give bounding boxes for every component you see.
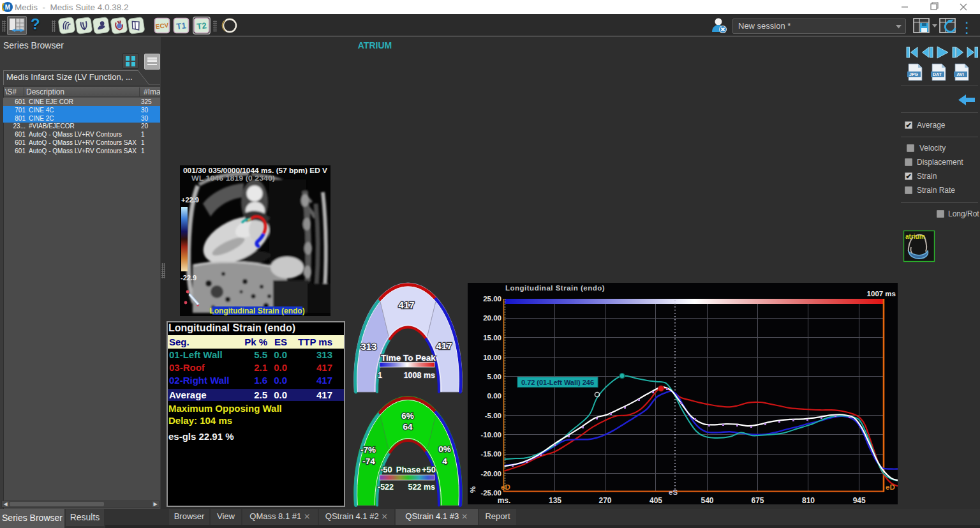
svg-text:Time To Peak: Time To Peak (381, 353, 436, 363)
svg-text:atrium: atrium (905, 233, 925, 240)
svg-text:-5.00: -5.00 (485, 412, 501, 419)
svg-text:-74: -74 (362, 456, 375, 466)
svg-text:Longitudinal Strain (endo): Longitudinal Strain (endo) (505, 284, 605, 292)
svg-text:0.72 (01-Left Wall) 246: 0.72 (01-Left Wall) 246 (521, 379, 594, 386)
svg-text:eS: eS (669, 488, 678, 496)
svg-text:M: M (5, 4, 10, 11)
svg-text:+22.9: +22.9 (181, 196, 199, 204)
svg-text:-522: -522 (378, 483, 394, 492)
svg-text:-7%: -7% (360, 445, 376, 455)
svg-text:0%: 0% (438, 444, 451, 454)
svg-text:4: 4 (442, 456, 447, 466)
svg-text:270: 270 (598, 496, 611, 504)
svg-text:1: 1 (378, 371, 382, 380)
svg-text:-50: -50 (380, 465, 392, 474)
svg-text:DAT: DAT (933, 72, 942, 77)
svg-text:Phase: Phase (396, 465, 420, 474)
svg-text:1008 ms: 1008 ms (404, 371, 435, 380)
svg-text:T1: T1 (176, 20, 187, 31)
svg-text:15.00: 15.00 (483, 334, 501, 342)
svg-text:5.00: 5.00 (487, 373, 501, 381)
svg-text:6%: 6% (401, 411, 414, 421)
svg-text:10.00: 10.00 (483, 354, 501, 361)
svg-text:20.00: 20.00 (483, 314, 501, 322)
svg-text:eD: eD (501, 483, 510, 491)
svg-text:0.00: 0.00 (487, 392, 501, 400)
svg-text:675: 675 (751, 496, 764, 504)
svg-text:Longitudinal Strain (endo): Longitudinal Strain (endo) (209, 306, 304, 315)
svg-text:945: 945 (853, 496, 866, 504)
svg-text:-22.9: -22.9 (181, 274, 197, 282)
svg-text:522 ms: 522 ms (408, 483, 435, 492)
svg-text:-10.00: -10.00 (480, 431, 501, 439)
svg-text:AVI: AVI (956, 72, 963, 77)
svg-text:-20.00: -20.00 (480, 470, 501, 478)
svg-text:405: 405 (650, 496, 662, 504)
svg-text:135: 135 (549, 496, 561, 504)
svg-text:313: 313 (360, 341, 376, 352)
svg-text:+50: +50 (422, 465, 436, 474)
svg-text:810: 810 (802, 496, 815, 504)
svg-text:001/30 035/0000/1044 ms. (57: 001/30 035/0000/1044 ms. (57 bpm) ED V (183, 167, 327, 174)
svg-text:%: % (469, 487, 477, 493)
svg-text:417: 417 (436, 340, 452, 351)
svg-text:T2: T2 (197, 20, 207, 31)
svg-text:1007 ms: 1007 ms (867, 290, 896, 298)
svg-text:64: 64 (403, 422, 413, 432)
svg-text:JPG: JPG (909, 72, 919, 77)
svg-text:540: 540 (701, 496, 713, 504)
svg-text:25.00: 25.00 (483, 295, 501, 303)
svg-text:WL 1046 1819 (0 2340): WL 1046 1819 (0 2340) (191, 174, 275, 182)
svg-text:ms.: ms. (498, 496, 511, 504)
svg-text:417: 417 (398, 299, 414, 310)
svg-text:eD: eD (886, 483, 895, 491)
svg-text:-15.00: -15.00 (480, 450, 501, 458)
